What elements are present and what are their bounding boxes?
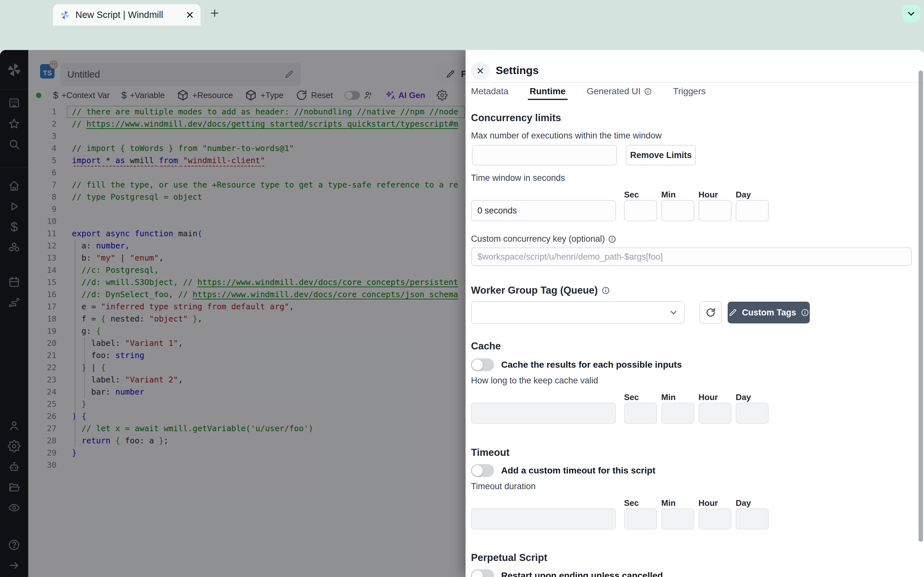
settings-drawer: ✕ Settings MetadataRuntimeGenerated UITr… [465, 50, 924, 577]
unit-label-sec: Sec [624, 498, 661, 508]
windmill-favicon [59, 10, 70, 21]
windmill-app: $ TS Untitled Pa $+Context Var$+Variable… [0, 50, 924, 577]
unit-label-hour: Hour [698, 392, 736, 402]
unit-label-sec: Sec [624, 392, 661, 402]
worker-group-select[interactable] [471, 301, 685, 324]
time-window-value: 0 seconds [471, 200, 616, 221]
cache-heading: Cache [471, 340, 501, 352]
settings-tabs: MetadataRuntimeGenerated UITriggers [471, 83, 706, 100]
day-input[interactable] [736, 508, 769, 530]
min-input[interactable] [661, 200, 694, 221]
unit-label-sec: Sec [624, 190, 661, 200]
timeout-duration-input[interactable] [471, 508, 616, 530]
browser-toolbar: app.windmill.dev/scripts/add#JTdCJTIyaGF… [0, 26, 924, 50]
pencil-icon [728, 308, 737, 317]
perpetual-toggle-label: Restart upon ending unless cancelled [501, 571, 663, 577]
browser-tab[interactable]: New Script | Windmill ✕ [53, 4, 200, 26]
timeout-toggle-row: Add a custom timeout for this script [471, 464, 656, 477]
info-icon [644, 87, 652, 95]
cache-duration-label: How long to the keep cache valid [471, 376, 598, 386]
hour-input[interactable] [698, 403, 732, 424]
tab-triggers[interactable]: Triggers [673, 83, 706, 100]
close-settings-button[interactable]: ✕ [471, 61, 489, 80]
cache-toggle-row: Cache the results for each possible inpu… [471, 358, 682, 371]
refresh-tags-button[interactable] [699, 301, 722, 324]
custom-key-placeholder: $workspace/script/u/henri/demo_path-$arg… [477, 252, 663, 262]
custom-tags-label: Custom Tags [742, 308, 796, 318]
info-icon [801, 308, 809, 317]
tab-metadata[interactable]: Metadata [471, 83, 509, 100]
sec-input[interactable] [624, 200, 657, 221]
timeout-heading: Timeout [471, 447, 509, 458]
cache-toggle[interactable] [471, 358, 494, 371]
unit-label-day: Day [736, 392, 773, 402]
timeout-toggle[interactable] [471, 464, 494, 477]
timeout-toggle-label: Add a custom timeout for this script [501, 466, 656, 476]
time-window-label: Time window in seconds [471, 173, 565, 183]
min-input[interactable] [661, 403, 694, 424]
tab-search-button[interactable] [902, 5, 920, 23]
drawer-backdrop[interactable] [0, 50, 465, 577]
remove-limits-button[interactable]: Remove Limits [626, 145, 696, 165]
chevron-down-icon [669, 308, 678, 318]
unit-label-day: Day [736, 190, 773, 200]
sec-input[interactable] [624, 508, 657, 530]
unit-label-min: Min [661, 190, 698, 200]
tab-title: New Script | Windmill [75, 10, 180, 20]
info-icon[interactable] [608, 235, 616, 243]
unit-label-day: Day [736, 498, 773, 508]
concurrency-heading: Concurrency limits [471, 112, 561, 124]
perpetual-toggle[interactable] [471, 569, 494, 577]
max-executions-input[interactable] [472, 145, 617, 165]
info-icon[interactable] [602, 286, 610, 295]
hour-input[interactable] [698, 508, 732, 530]
custom-tags-button[interactable]: Custom Tags [728, 301, 810, 324]
browser-tab-strip: New Script | Windmill ✕ [0, 0, 924, 26]
cache-duration-input[interactable] [471, 403, 616, 424]
min-input[interactable] [661, 508, 694, 530]
sec-input[interactable] [624, 403, 657, 424]
refresh-icon [705, 307, 716, 318]
unit-label-min: Min [661, 392, 698, 402]
custom-key-input[interactable]: $workspace/script/u/henri/demo_path-$arg… [471, 247, 912, 266]
unit-label-min: Min [661, 498, 698, 508]
perpetual-heading: Perpetual Script [471, 552, 548, 564]
worker-group-heading: Worker Group Tag (Queue) [471, 285, 610, 296]
settings-title: Settings [496, 64, 539, 77]
tab-close-icon[interactable]: ✕ [186, 10, 194, 20]
perpetual-toggle-row: Restart upon ending unless cancelled [471, 569, 663, 577]
new-tab-button[interactable] [208, 7, 221, 19]
unit-label-hour: Hour [698, 498, 736, 508]
tab-runtime[interactable]: Runtime [530, 83, 565, 100]
hour-input[interactable] [698, 200, 732, 221]
cache-toggle-label: Cache the results for each possible inpu… [501, 359, 682, 370]
panel-scrollbar[interactable] [919, 71, 923, 542]
tab-generated-ui[interactable]: Generated UI [587, 83, 652, 100]
custom-key-label: Custom concurrency key (optional) [471, 234, 616, 244]
unit-label-hour: Hour [698, 190, 736, 200]
day-input[interactable] [736, 403, 769, 424]
max-executions-label: Max number of executions within the time… [471, 131, 662, 141]
day-input[interactable] [736, 200, 769, 221]
timeout-duration-label: Timeout duration [471, 482, 536, 492]
